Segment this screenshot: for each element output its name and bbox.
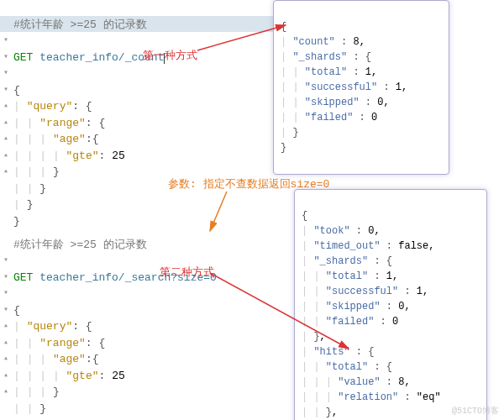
http-method-a: GET	[13, 51, 33, 64]
body-a: {| "query": {| | "range": {| | | "age":{…	[13, 82, 165, 230]
resA-body: {| "count" : 8,| "_shards" : {| | "total…	[281, 19, 442, 155]
comment-b: #统计年龄 >=25 的记录数	[13, 239, 147, 251]
fold-gutter-a: ▾▾▾▾▴▴▴▴▴	[0, 32, 12, 183]
watermark: @51CTO博客	[452, 405, 499, 417]
comment-a: #统计年龄 >=25 的记录数	[13, 18, 147, 31]
request-b-editor[interactable]: #统计年龄 >=25 的记录数 GET teacher_info/_search…	[13, 220, 217, 420]
fold-gutter-b: ▾▾▾▾▴▴▴▴▴	[0, 252, 12, 403]
response-b: {| "took" : 0,| "timed_out" : false,| "_…	[294, 189, 487, 420]
resB-body: {| "took" : 0,| "timed_out" : false,| "_…	[302, 208, 480, 420]
body-b: {| "query": {| | "range": {| | | "age":{…	[13, 302, 217, 421]
http-method-b: GET	[13, 271, 33, 284]
request-a-editor[interactable]: #统计年龄 >=25 的记录数 GET teacher_info/_count …	[13, 0, 165, 246]
label-method2: 第二种方式	[160, 265, 214, 280]
response-a: {| "count" : 8,| "_shards" : {| | "total…	[273, 0, 449, 175]
label-method1: 第一种方式	[143, 48, 197, 63]
